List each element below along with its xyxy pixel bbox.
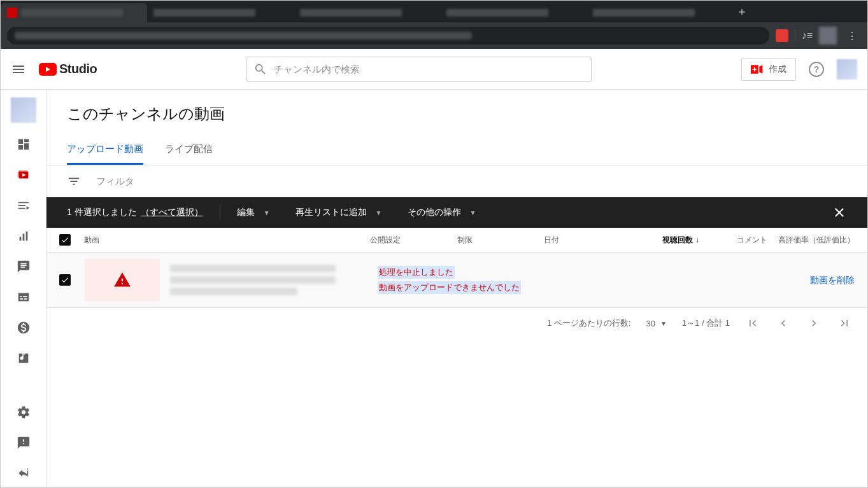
search-icon (253, 62, 267, 76)
filter-icon (67, 174, 81, 188)
bulk-edit-button[interactable]: 編集 ▼ (237, 207, 270, 218)
separator (220, 205, 220, 220)
create-video-icon (751, 65, 764, 74)
youtube-studio-logo[interactable]: Studio (39, 62, 97, 76)
video-title-redacted (170, 265, 336, 295)
rows-per-page-select[interactable]: 30 ▼ (646, 319, 666, 328)
close-icon[interactable] (832, 205, 847, 220)
video-thumbnail-error (85, 259, 160, 301)
table-header: 動画 公開設定 制限 日付 視聴回数 ↓ コメント 高評価率（低評価比） (46, 228, 867, 253)
filter-label: フィルタ (96, 176, 134, 188)
nav-playlists[interactable] (1, 190, 46, 221)
url-redacted (15, 32, 472, 39)
tab-title-redacted (300, 9, 402, 17)
youtube-play-icon (39, 63, 57, 76)
new-tab-button[interactable]: ＋ (733, 4, 751, 19)
delete-video-link[interactable]: 動画を削除 (810, 275, 855, 285)
nav-subtitles[interactable] (1, 282, 46, 312)
logo-text: Studio (59, 62, 97, 76)
nav-feedback[interactable] (1, 428, 46, 458)
media-control-icon[interactable]: ♪≡ (802, 30, 813, 41)
address-bar[interactable] (7, 27, 769, 45)
page-range: 1～1 / 合計 1 (682, 317, 730, 329)
filter-bar[interactable]: フィルタ (46, 165, 867, 197)
browser-toolbar: ♪≡ ⋮ (1, 22, 867, 49)
nav-analytics[interactable] (1, 221, 46, 251)
help-icon[interactable]: ? (809, 62, 824, 77)
bulk-add-playlist-button[interactable]: 再生リストに追加 ▼ (295, 207, 382, 218)
status-upload-failed: 動画をアップロードできませんでした (378, 281, 521, 294)
browser-menu-icon[interactable]: ⋮ (843, 30, 861, 42)
table-row[interactable]: 処理を中止しました 動画をアップロードできませんでした 動画を削除 (46, 253, 867, 308)
nav-monetization[interactable] (1, 312, 46, 343)
col-views-label: 視聴回数 (662, 235, 693, 246)
browser-tab[interactable] (294, 3, 440, 22)
pagination: 1 ページあたりの行数: 30 ▼ 1～1 / 合計 1 (46, 308, 867, 338)
chevron-down-icon: ▼ (470, 209, 476, 216)
account-avatar[interactable] (837, 59, 857, 80)
create-button[interactable]: 作成 (741, 58, 796, 81)
next-page-button[interactable] (806, 316, 822, 331)
tab-favicon (7, 8, 17, 18)
tab-live[interactable]: ライブ配信 (165, 136, 213, 165)
menu-icon[interactable] (11, 62, 26, 77)
main-content: このチャンネルの動画 アップロード動画 ライブ配信 フィルタ 1 件選択しました… (46, 90, 867, 488)
tab-title-redacted (446, 9, 548, 17)
separator (795, 30, 795, 41)
nav-comments[interactable] (1, 251, 46, 282)
bulk-playlist-label: 再生リストに追加 (295, 207, 367, 218)
browser-tab[interactable] (440, 3, 587, 22)
browser-tab[interactable] (147, 3, 294, 22)
extension-icon[interactable] (776, 29, 788, 42)
col-date[interactable]: 日付 (544, 235, 625, 246)
nav-creator-studio-classic[interactable] (1, 458, 46, 488)
app-header: Studio 作成 ? (1, 49, 867, 90)
col-comments[interactable]: コメント (699, 235, 767, 246)
bulk-edit-label: 編集 (237, 207, 255, 218)
create-label: 作成 (769, 64, 786, 75)
bulk-more-label: その他の操作 (408, 207, 461, 218)
nav-settings[interactable] (1, 397, 46, 428)
last-page-button[interactable] (837, 316, 852, 331)
rows-per-page-value: 30 (646, 319, 655, 328)
browser-tab[interactable] (1, 3, 147, 22)
prev-page-button[interactable] (776, 316, 791, 331)
search-box[interactable] (246, 57, 592, 82)
browser-tab-strip: ＋ (1, 1, 867, 22)
status-processing-aborted: 処理を中止しました (378, 266, 455, 279)
bulk-select-all[interactable]: （すべて選択） (141, 207, 203, 218)
checkmark-icon (60, 235, 69, 244)
row-checkbox[interactable] (59, 274, 71, 286)
channel-avatar[interactable] (11, 97, 36, 123)
page-title: このチャンネルの動画 (46, 90, 867, 128)
col-restrictions[interactable]: 制限 (457, 235, 544, 246)
nav-content[interactable] (1, 160, 46, 190)
bulk-more-button[interactable]: その他の操作 ▼ (408, 207, 476, 218)
sidebar (1, 90, 46, 488)
select-all-checkbox[interactable] (59, 234, 71, 246)
nav-dashboard[interactable] (1, 129, 46, 160)
chevron-down-icon: ▼ (376, 209, 382, 216)
tab-title-redacted (153, 9, 255, 17)
tab-title-redacted (593, 9, 695, 17)
col-video[interactable]: 動画 (84, 235, 370, 246)
col-likes[interactable]: 高評価率（低評価比） (767, 235, 855, 246)
chevron-down-icon: ▼ (660, 320, 667, 327)
content-tabs: アップロード動画 ライブ配信 (46, 136, 867, 165)
browser-tab[interactable] (587, 3, 733, 22)
chevron-down-icon: ▼ (264, 209, 270, 216)
nav-audio-library[interactable] (1, 343, 46, 373)
warning-icon (113, 271, 131, 289)
search-input[interactable] (274, 64, 585, 74)
bulk-action-bar: 1 件選択しました （すべて選択） 編集 ▼ 再生リストに追加 ▼ その他の操作… (46, 197, 867, 228)
browser-profile-avatar[interactable] (819, 27, 837, 45)
col-views[interactable]: 視聴回数 ↓ (625, 235, 699, 246)
tab-uploads[interactable]: アップロード動画 (67, 136, 143, 165)
col-visibility[interactable]: 公開設定 (370, 235, 457, 246)
checkmark-icon (60, 275, 69, 284)
tab-title-redacted (21, 9, 123, 17)
rows-per-page-label: 1 ページあたりの行数: (547, 317, 630, 329)
first-page-button[interactable] (745, 316, 760, 331)
bulk-selected-count: 1 件選択しました (67, 207, 137, 218)
